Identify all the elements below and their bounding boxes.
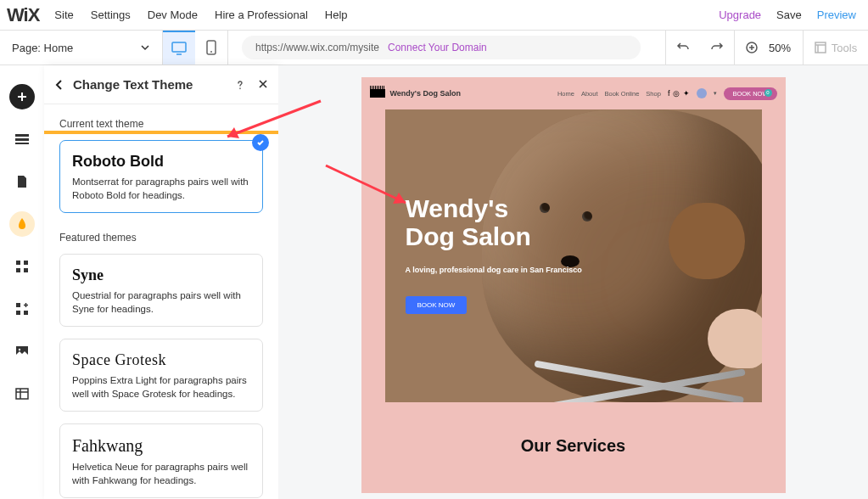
header-book-button[interactable]: BOOK NOW 0 xyxy=(724,87,776,100)
site-brand[interactable]: Wendy's Dog Salon xyxy=(370,89,461,98)
hero-book-button[interactable]: BOOK NOW xyxy=(406,296,468,314)
back-icon[interactable] xyxy=(54,79,64,91)
featured-themes-label: Featured themes xyxy=(59,232,263,244)
yelp-icon[interactable]: ✦ xyxy=(683,89,690,98)
menu-settings[interactable]: Settings xyxy=(91,8,131,21)
svg-rect-8 xyxy=(16,261,20,265)
svg-rect-13 xyxy=(16,311,20,315)
instagram-icon[interactable]: ◎ xyxy=(673,89,680,98)
svg-rect-7 xyxy=(15,143,29,144)
website-preview[interactable]: Wendy's Dog Salon Home About Book Online… xyxy=(361,77,786,493)
url-bar[interactable]: https://www.wix.com/mysite Connect Your … xyxy=(242,36,641,59)
hero-image xyxy=(708,309,762,368)
account-avatar[interactable] xyxy=(697,88,707,98)
svg-rect-12 xyxy=(16,303,20,307)
header-book-label: BOOK NOW xyxy=(732,90,768,98)
apps-icon[interactable] xyxy=(9,254,35,279)
undo-button[interactable] xyxy=(666,31,700,64)
menu-dev-mode[interactable]: Dev Mode xyxy=(148,8,198,21)
theme-card-fahkwang[interactable]: Fahkwang Helvetica Neue for paragraphs p… xyxy=(59,423,263,498)
hero-title[interactable]: Wendy'sDog Salon xyxy=(406,194,582,250)
nav-about[interactable]: About xyxy=(581,90,598,98)
svg-point-16 xyxy=(19,349,20,350)
page-selector[interactable]: Page: Home xyxy=(0,31,163,64)
theme-card-space-grotesk[interactable]: Space Grotesk Poppins Extra Light for pa… xyxy=(59,339,263,412)
svg-rect-4 xyxy=(815,42,826,53)
sections-icon[interactable] xyxy=(9,126,35,152)
page-name: Home xyxy=(44,42,74,54)
page-label: Page: xyxy=(12,42,41,54)
theme-desc: Questrial for paragraphs pairs well with… xyxy=(72,289,250,316)
wix-logo[interactable]: WiX xyxy=(7,4,39,26)
url-text: https://www.wix.com/mysite xyxy=(255,42,379,53)
close-icon[interactable] xyxy=(258,79,268,91)
current-theme-card[interactable]: Roboto Bold Montserrat for paragraphs pa… xyxy=(59,140,263,213)
theme-name: Space Grotesk xyxy=(72,351,250,369)
menu-hire[interactable]: Hire a Professional xyxy=(215,8,308,21)
brand-text: Wendy's Dog Salon xyxy=(390,89,461,98)
zoom-button[interactable] xyxy=(735,31,769,64)
nav-book[interactable]: Book Online xyxy=(605,90,640,98)
theme-desc: Poppins Extra Light for paragraphs pairs… xyxy=(72,374,250,401)
nav-home[interactable]: Home xyxy=(557,90,574,98)
nav-shop[interactable]: Shop xyxy=(646,90,661,98)
annotation-arrow xyxy=(214,96,324,147)
menu-site[interactable]: Site xyxy=(54,8,73,21)
chevron-down-icon: ▾ xyxy=(714,90,717,97)
theme-name: Syne xyxy=(72,266,250,284)
tools-button[interactable]: Tools xyxy=(804,31,868,64)
hero-section[interactable]: Wendy'sDog Salon A loving, professional … xyxy=(385,109,762,402)
svg-rect-0 xyxy=(172,42,186,52)
svg-rect-11 xyxy=(24,268,28,272)
add-button[interactable] xyxy=(9,84,35,109)
services-heading[interactable]: Our Services xyxy=(361,436,786,456)
mobile-view-button[interactable] xyxy=(195,31,227,64)
theme-name: Fahkwang xyxy=(72,436,250,456)
svg-rect-17 xyxy=(16,389,28,399)
add-apps-icon[interactable] xyxy=(9,296,35,322)
site-header: Wendy's Dog Salon Home About Book Online… xyxy=(361,77,786,109)
menu-help[interactable]: Help xyxy=(325,8,348,21)
comb-icon xyxy=(370,89,385,98)
svg-rect-9 xyxy=(24,261,28,265)
theme-desc: Montserrat for paragraphs pairs well wit… xyxy=(72,176,250,202)
theme-desc: Helvetica Neue for paragraphs pairs well… xyxy=(72,461,250,487)
svg-rect-5 xyxy=(15,134,29,137)
svg-rect-14 xyxy=(24,311,28,315)
save-button[interactable]: Save xyxy=(776,8,802,21)
hero-subtitle[interactable]: A loving, professional dog care in San F… xyxy=(406,266,582,274)
svg-point-2 xyxy=(210,51,212,53)
media-icon[interactable] xyxy=(9,339,35,364)
tools-label: Tools xyxy=(832,42,857,54)
upgrade-link[interactable]: Upgrade xyxy=(719,8,761,21)
content-manager-icon[interactable] xyxy=(9,381,35,406)
zoom-value: 50% xyxy=(769,42,803,54)
svg-rect-6 xyxy=(15,138,29,141)
side-rail xyxy=(0,65,44,499)
desktop-view-button[interactable] xyxy=(163,31,195,64)
svg-rect-10 xyxy=(16,268,20,272)
cart-badge[interactable]: 0 xyxy=(764,89,772,97)
panel-title: Change Text Theme xyxy=(73,77,193,92)
hero-image xyxy=(582,211,592,221)
chevron-down-icon xyxy=(140,42,150,53)
connect-domain-link[interactable]: Connect Your Domain xyxy=(388,42,487,53)
theme-name: Roboto Bold xyxy=(72,153,250,171)
design-icon[interactable] xyxy=(9,211,35,237)
theme-card-syne[interactable]: Syne Questrial for paragraphs pairs well… xyxy=(59,254,263,327)
annotation-arrow xyxy=(321,160,414,211)
pages-icon[interactable] xyxy=(9,169,35,194)
redo-button[interactable] xyxy=(700,31,734,64)
hero-image xyxy=(669,203,745,279)
editor-canvas[interactable]: Wendy's Dog Salon Home About Book Online… xyxy=(278,65,868,499)
help-icon[interactable] xyxy=(234,79,246,91)
facebook-icon[interactable]: f xyxy=(668,89,670,98)
preview-button[interactable]: Preview xyxy=(817,8,856,21)
